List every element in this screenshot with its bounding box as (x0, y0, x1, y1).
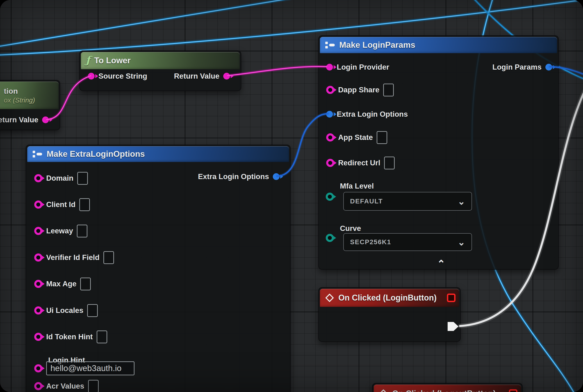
node-title: Make LoginParams (339, 40, 415, 50)
value-box-max-age[interactable] (80, 278, 91, 290)
pin-label: Id Token Hint (46, 332, 93, 341)
value-box-ui-locales[interactable] (87, 304, 98, 317)
input-pin-source-string[interactable] (88, 73, 94, 80)
output-pin-login-params[interactable] (546, 64, 552, 70)
node-title: To Lower (94, 56, 131, 65)
input-pin-redirect-url[interactable] (326, 159, 334, 167)
pin-row-return-value: Return Value (161, 69, 230, 83)
pin-row-acr-values: Acr Values (34, 379, 99, 392)
pin-row-dapp-share: Dapp Share (326, 83, 394, 97)
pin-row-login-params-out: Login Params (454, 60, 552, 74)
node-title-fragment: tion (4, 87, 18, 96)
pin-row-source-string: Source String (88, 69, 147, 83)
pin-label: Redirect Url (338, 158, 380, 167)
output-pin-return-value[interactable] (223, 73, 230, 80)
wire-return-value-to-login-provider[interactable] (227, 66, 327, 76)
pin-label: App State (338, 133, 373, 142)
value-box-dapp-share[interactable] (383, 84, 394, 96)
pin-label: Dapp Share (338, 86, 379, 94)
pin-row-id-token-hint: Id Token Hint (34, 330, 107, 344)
value-box-client-id[interactable] (79, 198, 90, 211)
value-box-redirect-url[interactable] (384, 156, 395, 170)
mfa-level-dropdown[interactable]: DEFAULT ⌄ (343, 192, 472, 211)
node-make-login-params-header[interactable]: Make LoginParams (320, 37, 557, 53)
node-make-extra-login-options-header[interactable]: Make ExtraLoginOptions (27, 146, 289, 162)
curve-label: Curve (340, 224, 361, 233)
value-box-acr-values[interactable] (88, 380, 99, 392)
output-pin-extra-login-options[interactable] (273, 173, 280, 180)
node-make-extra-login-options[interactable]: Make ExtraLoginOptions Extra Login Optio… (26, 145, 290, 392)
pin-row-app-state: App State (326, 130, 387, 145)
event-diamond-icon (379, 389, 388, 392)
pin-row-verifier-id-field: Verifier Id Field (34, 250, 114, 265)
curve-dropdown[interactable]: SECP256K1 ⌄ (343, 233, 472, 251)
input-pin-ui-locales[interactable] (34, 306, 42, 314)
exec-output-pin[interactable] (448, 322, 458, 331)
input-pin-dapp-share[interactable] (326, 86, 334, 94)
pin-label: Domain (46, 174, 74, 182)
pin-row-extra-login-options-out: Extra Login Options (161, 170, 280, 184)
pin-label: Client Id (46, 200, 76, 209)
node-on-clicked-logout-button-header[interactable]: On Clicked (LogoutButton) (374, 384, 521, 392)
input-pin-client-id[interactable] (34, 200, 42, 208)
pin-row-redirect-url: Redirect Url (326, 156, 395, 170)
pin-label: Max Age (46, 280, 76, 288)
input-pin-verifier-id-field[interactable] (34, 254, 42, 262)
value-box-verifier-id-field[interactable] (104, 251, 114, 264)
pin-label: Return Value (174, 72, 220, 80)
node-truncated-green-header[interactable]: tion ox (String) (0, 82, 58, 109)
blueprint-graph-canvas[interactable]: tion ox (String) eturn Value ƒ To Lower … (0, 0, 583, 392)
pin-row-return-value-fragment: eturn Value (0, 113, 49, 127)
login-hint-input[interactable]: hello@web3auth.io (46, 361, 134, 375)
input-pin-domain[interactable] (34, 174, 42, 182)
input-pin-max-age[interactable] (34, 280, 42, 288)
mfa-level-label: Mfa Level (340, 182, 374, 190)
pin-label: Extra Login Options (337, 110, 408, 118)
node-on-clicked-login-button[interactable]: On Clicked (LoginButton) (318, 287, 461, 342)
value-box-id-token-hint[interactable] (97, 330, 107, 343)
input-pin-login-hint[interactable] (34, 364, 42, 372)
pin-label: Ui Locales (46, 306, 83, 315)
node-on-clicked-logout-button[interactable]: On Clicked (LogoutButton) (372, 383, 523, 392)
pin-label: Login Provider (337, 63, 389, 72)
value-box-leeway[interactable] (77, 224, 88, 238)
pin-label: Leeway (46, 227, 73, 235)
pin-label: Verifier Id Field (46, 253, 100, 262)
pin-label: Source String (98, 72, 147, 80)
value-box-domain[interactable] (77, 172, 88, 185)
input-pin-login-provider[interactable] (326, 64, 333, 70)
collapse-node-chevron[interactable]: ⌃ (437, 259, 445, 269)
input-pin-id-token-hint[interactable] (34, 333, 42, 341)
input-pin-extra-login-options[interactable] (326, 111, 333, 118)
value-box-app-state[interactable] (377, 131, 387, 144)
node-subtitle-fragment: ox (String) (4, 96, 35, 104)
output-pin-return-value[interactable] (42, 116, 49, 123)
pin-row-domain: Domain (34, 171, 88, 186)
blueprint-editor: tion ox (String) eturn Value ƒ To Lower … (0, 0, 583, 392)
node-title: On Clicked (LoginButton) (338, 293, 436, 302)
delegate-pin-icon[interactable] (447, 294, 456, 302)
pin-row-extra-login-options-in: Extra Login Options (326, 107, 408, 122)
pin-row-login-provider: Login Provider (326, 60, 389, 74)
input-pin-leeway[interactable] (34, 227, 42, 235)
make-struct-icon (325, 41, 335, 49)
node-to-lower[interactable]: ƒ To Lower Source String Return Value (79, 50, 241, 91)
node-truncated-green[interactable]: tion ox (String) eturn Value (0, 80, 60, 130)
input-pin-mfa-level[interactable] (326, 192, 334, 201)
pin-label: eturn Value (0, 116, 38, 124)
pin-row-client-id: Client Id (34, 197, 90, 212)
node-on-clicked-login-button-header[interactable]: On Clicked (LoginButton) (320, 289, 459, 307)
node-title: On Clicked (LogoutButton) (392, 389, 496, 392)
pin-row-leeway: Leeway (34, 224, 88, 238)
node-title: Make ExtraLoginOptions (47, 149, 145, 159)
input-pin-acr-values[interactable] (34, 382, 42, 390)
make-struct-icon (32, 150, 42, 158)
pin-row-max-age: Max Age (34, 277, 91, 291)
delegate-pin-icon[interactable] (509, 389, 518, 392)
pin-label: Acr Values (46, 382, 84, 390)
input-pin-curve[interactable] (326, 234, 334, 242)
node-make-login-params[interactable]: Make LoginParams Login Params Login Prov… (318, 35, 559, 270)
node-to-lower-header[interactable]: ƒ To Lower (81, 52, 240, 69)
wire-blue-crossing-a[interactable] (0, 0, 322, 47)
input-pin-app-state[interactable] (326, 133, 334, 142)
